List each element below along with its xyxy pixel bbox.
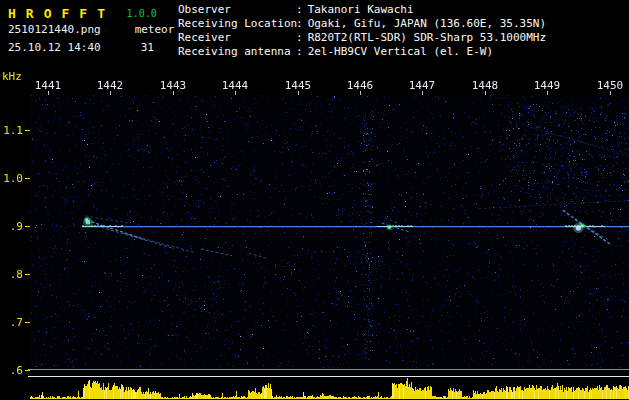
title-row: HROFFT 1.0.0 xyxy=(8,3,157,22)
info-colon: : xyxy=(296,45,303,58)
mode-label: meteor xyxy=(135,23,175,36)
info-value: Ogaki, Gifu, JAPAN (136.60E, 35.35N) xyxy=(308,17,546,30)
app-title: HROFFT xyxy=(8,6,115,21)
output-filename: 2510121440.png xyxy=(8,23,120,36)
info-row-observer: Observer:Takanori Kawachi xyxy=(178,3,546,17)
info-colon: : xyxy=(296,31,303,44)
echo-count: 31 xyxy=(141,41,154,54)
info-value: 2el-HB9CV Vertical (el. E-W) xyxy=(308,45,493,58)
info-value: R820T2(RTL-SDR) SDR-Sharp 53.1000MHz xyxy=(308,31,546,44)
time-row: 25.10.12 14:40 31 xyxy=(8,41,154,54)
info-value: Takanori Kawachi xyxy=(308,3,414,16)
record-datetime: 25.10.12 14:40 xyxy=(8,41,120,54)
info-row-antenna: Receiving antenna:2el-HB9CV Vertical (el… xyxy=(178,45,546,59)
info-row-receiver: Receiver:R820T2(RTL-SDR) SDR-Sharp 53.10… xyxy=(178,31,546,45)
file-row: 2510121440.png meteor xyxy=(8,23,174,36)
hrofft-screenshot: HROFFT 1.0.0 2510121440.png meteor 25.10… xyxy=(0,0,629,400)
info-colon: : xyxy=(296,17,303,30)
info-label: Receiving antenna xyxy=(178,45,296,59)
app-version: 1.0.0 xyxy=(127,8,157,19)
info-colon: : xyxy=(296,3,303,16)
info-label: Receiving Location xyxy=(178,17,296,31)
info-label: Observer xyxy=(178,3,296,17)
info-row-location: Receiving Location:Ogaki, Gifu, JAPAN (1… xyxy=(178,17,546,31)
header-left-block: HROFFT 1.0.0 2510121440.png meteor 25.10… xyxy=(8,0,178,62)
station-info: Observer:Takanori Kawachi Receiving Loca… xyxy=(178,3,546,59)
header-bar: HROFFT 1.0.0 2510121440.png meteor 25.10… xyxy=(0,0,629,62)
info-label: Receiver xyxy=(178,31,296,45)
